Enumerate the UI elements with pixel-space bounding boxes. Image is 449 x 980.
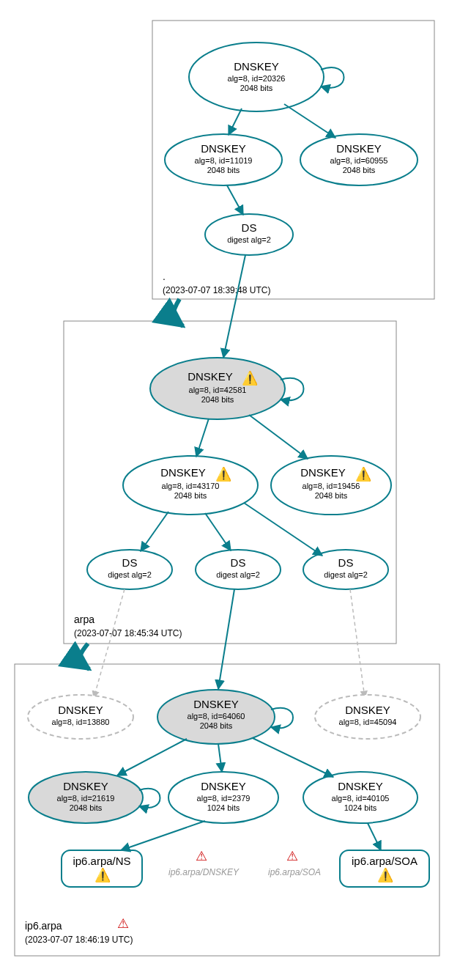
- edge-arpa-ds2-ip6-64060: [218, 589, 234, 689]
- svg-text:digest alg=2: digest alg=2: [216, 570, 260, 579]
- node-arpa-ds-2: DS digest alg=2: [196, 550, 281, 589]
- svg-point-37: [28, 695, 133, 739]
- svg-text:DNSKEY: DNSKEY: [58, 704, 103, 716]
- svg-text:alg=8, id=60955: alg=8, id=60955: [330, 156, 388, 165]
- svg-text:digest alg=2: digest alg=2: [108, 570, 152, 579]
- node-root-ds: DS digest alg=2: [205, 214, 293, 255]
- svg-text:ip6.arpa/DNSKEY: ip6.arpa/DNSKEY: [168, 867, 240, 877]
- svg-text:alg=8, id=43170: alg=8, id=43170: [162, 482, 220, 490]
- svg-text:alg=8, id=42581: alg=8, id=42581: [189, 386, 247, 394]
- svg-text:DNSKEY: DNSKEY: [234, 60, 279, 73]
- node-arpa-dnskey-43170: DNSKEY ⚠️ alg=8, id=43170 2048 bits: [123, 456, 258, 515]
- warn-red-icon: ⚠: [196, 849, 207, 863]
- svg-text:DS: DS: [231, 556, 246, 569]
- svg-text:alg=8, id=19456: alg=8, id=19456: [303, 482, 360, 490]
- edge-arpa-43170-ds2: [205, 513, 231, 550]
- zone-root-timestamp: (2023-07-07 18:39:48 UTC): [163, 285, 270, 295]
- svg-text:DNSKEY: DNSKEY: [160, 466, 206, 479]
- warn-icon: ⚠️: [242, 370, 259, 386]
- svg-text:1024 bits: 1024 bits: [344, 803, 377, 812]
- svg-text:DS: DS: [242, 221, 257, 234]
- dnssec-graph: . (2023-07-07 18:39:48 UTC) DNSKEY alg=8…: [0, 0, 449, 980]
- svg-text:alg=8, id=11019: alg=8, id=11019: [195, 156, 253, 165]
- svg-text:2048 bits: 2048 bits: [240, 84, 273, 92]
- svg-text:alg=8, id=21619: alg=8, id=21619: [57, 794, 115, 803]
- warn-icon: ⚠️: [377, 867, 394, 883]
- node-ip6-dnskey-64060: DNSKEY alg=8, id=64060 2048 bits: [157, 690, 275, 744]
- edge-ip6-40105-soa: [368, 823, 381, 850]
- zone-ip6-timestamp: (2023-07-07 18:46:19 UTC): [25, 935, 133, 945]
- edge-ip6-64060-21619: [117, 739, 187, 775]
- svg-text:2048 bits: 2048 bits: [343, 166, 376, 174]
- node-ip6-dnskey-21619: DNSKEY alg=8, id=21619 2048 bits: [29, 772, 143, 823]
- node-ip6-dnskey-45094: DNSKEY alg=8, id=45094: [315, 695, 420, 739]
- node-root-dnskey-20326: DNSKEY alg=8, id=20326 2048 bits: [189, 43, 324, 111]
- edge-arpa-42581-19456: [249, 415, 308, 459]
- svg-text:2048 bits: 2048 bits: [201, 395, 234, 404]
- node-arpa-dnskey-19456: DNSKEY ⚠️ alg=8, id=19456 2048 bits: [271, 456, 391, 515]
- svg-text:2048 bits: 2048 bits: [315, 491, 348, 500]
- svg-text:DNSKEY: DNSKEY: [201, 142, 246, 155]
- edge-zone-root-arpa: [174, 299, 183, 326]
- zone-root-label: .: [163, 270, 166, 282]
- zone-ip6-label: ip6.arpa: [25, 920, 62, 932]
- svg-text:2048 bits: 2048 bits: [70, 803, 103, 812]
- svg-text:alg=8, id=64060: alg=8, id=64060: [188, 712, 245, 721]
- edge-zone-arpa-ip6: [80, 644, 89, 669]
- node-arpa-dnskey-42581: DNSKEY ⚠️ alg=8, id=42581 2048 bits: [150, 358, 285, 419]
- warn-icon: ⚠️: [215, 466, 232, 482]
- zone-warn-icon: ⚠: [117, 916, 129, 931]
- node-ip6-dnskey-40105: DNSKEY alg=8, id=40105 1024 bits: [303, 772, 418, 823]
- node-arpa-ds-3: DS digest alg=2: [303, 550, 388, 589]
- svg-text:DNSKEY: DNSKEY: [63, 780, 108, 792]
- svg-text:2048 bits: 2048 bits: [207, 166, 240, 174]
- node-ip6-ns: ip6.arpa/NS ⚠️: [62, 850, 142, 887]
- svg-text:digest alg=2: digest alg=2: [324, 570, 368, 579]
- svg-text:2048 bits: 2048 bits: [174, 491, 207, 500]
- edge-root-11019-ds: [227, 185, 243, 215]
- edge-arpa-43170-ds1: [141, 512, 168, 551]
- zone-arpa-timestamp: (2023-07-07 18:45:34 UTC): [74, 628, 182, 638]
- node-root-dnskey-60955: DNSKEY alg=8, id=60955 2048 bits: [300, 134, 418, 185]
- svg-text:alg=8, id=45094: alg=8, id=45094: [339, 718, 397, 726]
- svg-text:DNSKEY: DNSKEY: [345, 704, 390, 716]
- edge-root-20326-11019: [229, 108, 242, 135]
- edge-root-ds-arpa-42581: [223, 255, 245, 358]
- svg-text:digest alg=2: digest alg=2: [227, 235, 271, 244]
- node-ip6-soa-placeholder: ⚠ ip6.arpa/SOA: [268, 849, 321, 877]
- node-ip6-dnskey-2379: DNSKEY alg=8, id=2379 1024 bits: [168, 772, 278, 823]
- svg-text:alg=8, id=40105: alg=8, id=40105: [332, 794, 390, 803]
- svg-text:DS: DS: [122, 556, 138, 569]
- svg-point-13: [205, 214, 293, 255]
- warn-icon: ⚠️: [94, 867, 111, 883]
- svg-text:DNSKEY: DNSKEY: [201, 780, 246, 792]
- svg-text:2048 bits: 2048 bits: [200, 721, 233, 730]
- edge-ip6-64060-40105: [253, 738, 333, 777]
- warn-icon: ⚠️: [355, 466, 372, 482]
- svg-text:DNSKEY: DNSKEY: [193, 698, 239, 710]
- svg-text:alg=8, id=13880: alg=8, id=13880: [52, 718, 110, 726]
- svg-point-44: [315, 695, 420, 739]
- svg-text:DNSKEY: DNSKEY: [188, 370, 233, 383]
- svg-text:alg=8, id=20326: alg=8, id=20326: [228, 74, 286, 83]
- svg-text:1024 bits: 1024 bits: [207, 803, 240, 812]
- warn-red-icon: ⚠: [286, 849, 298, 863]
- edge-ip6-2379-ns: [121, 821, 205, 850]
- svg-text:alg=8, id=2379: alg=8, id=2379: [197, 794, 251, 803]
- svg-text:ip6.arpa/NS: ip6.arpa/NS: [73, 855, 130, 867]
- zone-arpa-label: arpa: [74, 614, 94, 625]
- node-ip6-dnskey-placeholder: ⚠ ip6.arpa/DNSKEY: [168, 849, 240, 877]
- edge-root-20326-60955: [284, 104, 335, 138]
- edge-arpa-42581-43170: [196, 419, 209, 457]
- svg-text:DS: DS: [338, 556, 354, 569]
- svg-text:DNSKEY: DNSKEY: [336, 142, 382, 155]
- node-ip6-soa: ip6.arpa/SOA ⚠️: [340, 850, 429, 887]
- svg-text:DNSKEY: DNSKEY: [338, 780, 383, 792]
- edge-ip6-64060-2379: [218, 744, 222, 772]
- node-ip6-dnskey-13880: DNSKEY alg=8, id=13880: [28, 695, 133, 739]
- node-arpa-ds-1: DS digest alg=2: [87, 550, 172, 589]
- svg-text:ip6.arpa/SOA: ip6.arpa/SOA: [268, 867, 321, 877]
- svg-text:ip6.arpa/SOA: ip6.arpa/SOA: [352, 855, 418, 867]
- node-root-dnskey-11019: DNSKEY alg=8, id=11019 2048 bits: [165, 134, 282, 185]
- svg-text:DNSKEY: DNSKEY: [300, 466, 346, 479]
